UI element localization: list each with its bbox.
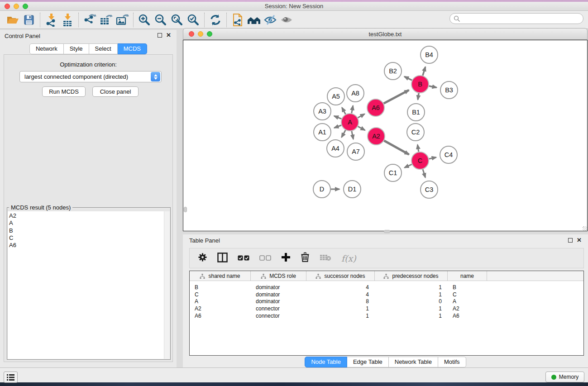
task-history-button[interactable] xyxy=(4,372,18,383)
tab-node-table[interactable]: Node Table xyxy=(305,357,347,367)
edge-A-A3[interactable] xyxy=(334,116,341,119)
cell-name[interactable]: C xyxy=(448,291,487,298)
edge-A6-B[interactable] xyxy=(384,90,409,104)
mcds-result-item[interactable]: C xyxy=(9,234,164,242)
zoom-out-button[interactable] xyxy=(153,12,169,28)
edge-B-B4[interactable] xyxy=(423,67,425,76)
edge-A-A5[interactable] xyxy=(342,108,345,114)
cell-shared-name[interactable]: A6 xyxy=(190,313,251,319)
cell-successor-nodes[interactable]: 1 xyxy=(306,305,375,312)
column-header-successor-nodes[interactable]: successor nodes xyxy=(306,271,375,281)
deselect-all-button[interactable] xyxy=(259,254,271,262)
table-row[interactable]: Adominator80A xyxy=(190,298,583,305)
cell-mcds-role[interactable]: connector xyxy=(251,305,306,312)
cell-shared-name[interactable]: A xyxy=(190,298,251,305)
cell-successor-nodes[interactable]: 4 xyxy=(306,291,375,298)
tab-motifs[interactable]: Motifs xyxy=(438,357,466,367)
column-header-shared-name[interactable]: shared name xyxy=(190,271,251,281)
edge-B-B1[interactable] xyxy=(418,93,419,100)
network-horizontal-scrollbar[interactable] xyxy=(384,230,390,233)
show-all-button[interactable] xyxy=(278,12,295,28)
cell-successor-nodes[interactable]: 4 xyxy=(306,284,375,291)
cell-predecessor-nodes[interactable]: 1 xyxy=(375,284,448,291)
mcds-result-item[interactable]: A xyxy=(9,219,164,227)
edge-C-C4[interactable] xyxy=(429,157,436,159)
mcds-result-list[interactable]: A2ABCA6 xyxy=(8,211,164,359)
mcds-result-item[interactable]: A2 xyxy=(9,212,164,219)
cell-successor-nodes[interactable]: 8 xyxy=(306,298,375,305)
edge-A-A4[interactable] xyxy=(342,130,346,138)
zoom-selected-button[interactable] xyxy=(185,12,201,28)
table-row[interactable]: A6connector11A6 xyxy=(190,312,583,319)
cell-mcds-role[interactable]: dominator xyxy=(251,298,306,305)
cell-mcds-role[interactable]: dominator xyxy=(251,284,306,291)
tab-network-table[interactable]: Network Table xyxy=(389,357,438,367)
export-network-button[interactable] xyxy=(81,12,98,28)
edge-B-B3[interactable] xyxy=(429,86,437,87)
edge-C-C3[interactable] xyxy=(423,169,425,177)
close-window-button[interactable] xyxy=(5,4,10,9)
edge-A-A7[interactable] xyxy=(352,131,354,139)
cell-predecessor-nodes[interactable]: 1 xyxy=(375,313,448,319)
network-close-button[interactable] xyxy=(189,31,194,37)
cell-shared-name[interactable]: B xyxy=(190,284,251,291)
show-columns-button[interactable] xyxy=(217,253,228,264)
zoom-in-button[interactable] xyxy=(136,12,153,28)
select-all-button[interactable] xyxy=(238,254,249,262)
minimize-window-button[interactable] xyxy=(14,4,19,9)
cell-name[interactable]: A2 xyxy=(448,305,487,312)
network-minimize-button[interactable] xyxy=(198,31,203,37)
export-image-button[interactable] xyxy=(114,12,130,28)
edge-C-C2[interactable] xyxy=(417,145,418,152)
column-header-name[interactable]: name xyxy=(448,271,487,281)
add-row-button[interactable] xyxy=(281,253,291,264)
network-resize-grip[interactable] xyxy=(583,226,587,231)
edge-A2-C[interactable] xyxy=(384,141,409,155)
zoom-fit-button[interactable] xyxy=(169,12,185,28)
float-panel-icon[interactable] xyxy=(158,33,162,38)
tab-select[interactable]: Select xyxy=(89,43,118,54)
cell-predecessor-nodes[interactable]: 0 xyxy=(375,298,448,305)
memory-button[interactable]: Memory xyxy=(545,372,584,382)
import-table-button[interactable] xyxy=(59,12,76,28)
edge-A-A2[interactable] xyxy=(358,126,365,130)
cell-name[interactable]: B xyxy=(448,284,487,291)
close-panel-button[interactable]: Close panel xyxy=(92,86,139,97)
network-canvas[interactable]: B4B2BB3A5A8A6A3B1AA1C2A2A4A7C4CC1C3DD1 xyxy=(183,40,588,231)
tab-style[interactable]: Style xyxy=(64,43,89,54)
tab-mcds[interactable]: MCDS xyxy=(118,43,147,54)
table-row[interactable]: Cdominator41C xyxy=(190,291,583,298)
export-table-button[interactable] xyxy=(98,12,114,28)
first-neighbors-button[interactable] xyxy=(246,12,262,28)
cell-mcds-role[interactable]: dominator xyxy=(251,291,306,298)
new-network-from-selection-button[interactable] xyxy=(229,12,246,28)
import-network-button[interactable] xyxy=(43,12,59,28)
search-input[interactable] xyxy=(449,13,583,24)
edge-A-A1[interactable] xyxy=(334,125,341,128)
float-table-panel-icon[interactable] xyxy=(568,238,573,243)
network-zoom-button[interactable] xyxy=(207,31,212,37)
criterion-dropdown[interactable]: largest connected component (directed) xyxy=(19,71,162,82)
delete-button[interactable] xyxy=(301,252,310,264)
save-session-button[interactable] xyxy=(21,12,37,28)
cell-mcds-role[interactable]: connector xyxy=(251,313,306,319)
run-mcds-button[interactable]: Run MCDS xyxy=(42,86,86,97)
close-table-panel-icon[interactable]: ✕ xyxy=(577,238,582,243)
edge-B-B2[interactable] xyxy=(404,76,412,80)
cell-predecessor-nodes[interactable]: 1 xyxy=(375,305,448,312)
cell-name[interactable]: A xyxy=(448,298,487,305)
mcds-result-scrollbar[interactable] xyxy=(164,211,170,359)
hide-selected-button[interactable] xyxy=(262,12,278,28)
refresh-layout-button[interactable] xyxy=(207,12,224,28)
tab-edge-table[interactable]: Edge Table xyxy=(347,357,389,367)
table-row[interactable]: A2connector11A2 xyxy=(190,305,583,312)
mcds-result-item[interactable]: A6 xyxy=(9,242,164,249)
cell-successor-nodes[interactable]: 1 xyxy=(306,313,375,319)
edge-A-A6[interactable] xyxy=(358,114,364,118)
column-header-predecessor-nodes[interactable]: predecessor nodes xyxy=(375,271,448,281)
mcds-result-item[interactable]: B xyxy=(9,227,164,234)
close-panel-icon[interactable]: ✕ xyxy=(166,33,171,38)
zoom-window-button[interactable] xyxy=(23,4,28,9)
table-row[interactable]: Bdominator41B xyxy=(190,284,583,291)
tab-network[interactable]: Network xyxy=(29,43,64,54)
